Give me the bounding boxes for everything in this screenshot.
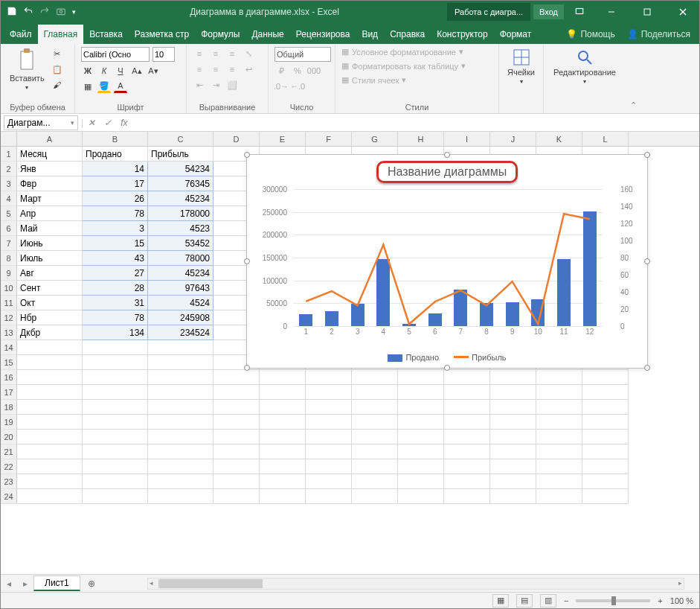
cell[interactable] [398, 444, 444, 459]
cell[interactable] [582, 400, 629, 415]
currency-icon[interactable]: ₽ [274, 64, 288, 77]
name-box[interactable]: Диаграм...▾ [4, 115, 78, 130]
number-format-combo[interactable] [274, 47, 331, 62]
cell[interactable] [398, 370, 444, 385]
cell[interactable] [17, 415, 83, 430]
cell[interactable] [444, 415, 490, 430]
cell[interactable] [536, 430, 582, 444]
conditional-formatting[interactable]: ▦ Условное форматирование ▾ [341, 47, 492, 57]
chart-legend[interactable]: Продано Прибыль [247, 353, 647, 362]
dec-decimal-icon[interactable]: ←.0 [291, 80, 304, 93]
align-mid-icon[interactable]: ≡ [209, 47, 222, 60]
cell[interactable] [148, 340, 213, 355]
cell[interactable] [490, 444, 536, 459]
cell[interactable] [444, 444, 490, 459]
row-header[interactable]: 14 [1, 340, 17, 355]
cell[interactable] [536, 444, 582, 459]
row-header[interactable]: 17 [1, 385, 17, 400]
column-header[interactable]: J [490, 132, 536, 146]
cell[interactable] [83, 385, 148, 400]
cell[interactable] [260, 474, 306, 489]
column-header[interactable]: H [398, 132, 444, 146]
cell[interactable]: Июль [17, 251, 83, 266]
cell[interactable]: 26 [83, 191, 148, 206]
cell[interactable] [352, 444, 398, 459]
column-header[interactable]: C [148, 132, 213, 146]
row-header[interactable]: 12 [1, 310, 17, 325]
cell[interactable]: 234524 [148, 325, 213, 340]
cell[interactable] [352, 385, 398, 400]
cell[interactable] [213, 400, 260, 415]
cell[interactable]: 4523 [148, 221, 213, 236]
column-headers[interactable]: ABCDEFGHIJKL [17, 132, 699, 147]
cell[interactable] [306, 430, 352, 444]
cell[interactable] [17, 444, 83, 459]
percent-icon[interactable]: % [291, 64, 304, 77]
cell[interactable]: 76345 [148, 176, 213, 191]
cell[interactable]: 28 [83, 281, 148, 296]
cell[interactable] [148, 430, 213, 444]
login-button[interactable]: Вход [533, 4, 564, 19]
cell[interactable]: 54234 [148, 162, 213, 176]
row-header[interactable]: 2 [1, 162, 17, 176]
row-header[interactable]: 4 [1, 191, 17, 206]
border-icon[interactable]: ▦ [81, 80, 94, 93]
cell[interactable] [213, 370, 260, 385]
normal-view-icon[interactable]: ▦ [492, 594, 509, 608]
align-bot-icon[interactable]: ≡ [225, 47, 239, 60]
tab-view[interactable]: Вид [356, 25, 384, 44]
cut-icon[interactable]: ✂ [51, 47, 64, 60]
cell[interactable] [582, 415, 629, 430]
column-header[interactable]: I [444, 132, 490, 146]
cell[interactable] [352, 489, 398, 504]
cell[interactable] [306, 415, 352, 430]
cell[interactable] [148, 474, 213, 489]
cell[interactable] [536, 415, 582, 430]
cell[interactable]: Янв [17, 162, 83, 176]
qat-dropdown-icon[interactable]: ▾ [72, 8, 76, 16]
cell[interactable]: Сент [17, 281, 83, 296]
cell[interactable] [352, 459, 398, 474]
new-sheet-icon[interactable]: ⊕ [80, 578, 103, 589]
cell[interactable] [398, 400, 444, 415]
cell[interactable] [582, 474, 629, 489]
cell[interactable]: 78000 [148, 251, 213, 266]
cell[interactable]: 45234 [148, 191, 213, 206]
inc-decimal-icon[interactable]: .0→ [274, 80, 288, 93]
cell[interactable] [148, 459, 213, 474]
row-header[interactable]: 5 [1, 206, 17, 221]
tab-formulas[interactable]: Формулы [195, 25, 245, 44]
cell[interactable] [536, 370, 582, 385]
cell[interactable]: Прибыль [148, 147, 213, 162]
cell[interactable] [148, 444, 213, 459]
tab-format[interactable]: Формат [494, 25, 538, 44]
plot-area[interactable] [293, 189, 603, 326]
cells-button[interactable]: Ячейки▾ [505, 47, 537, 86]
format-painter-icon[interactable]: 🖌 [51, 78, 64, 92]
row-header[interactable]: 3 [1, 176, 17, 191]
copy-icon[interactable]: 📋 [51, 63, 64, 76]
cell[interactable]: Окт [17, 296, 83, 310]
chart-title[interactable]: Название диаграммы [376, 161, 518, 183]
camera-icon[interactable] [56, 6, 66, 19]
column-header[interactable]: E [260, 132, 306, 146]
italic-button[interactable]: К [97, 64, 111, 77]
cell[interactable]: Фвр [17, 176, 83, 191]
cell[interactable]: 245908 [148, 310, 213, 325]
cell[interactable] [582, 459, 629, 474]
sheet-nav-next-icon[interactable]: ▸ [17, 578, 33, 589]
page-break-view-icon[interactable]: ▥ [540, 594, 556, 608]
indent-inc-icon[interactable]: ⇥ [209, 78, 222, 92]
paste-button[interactable]: Вставить▾ [7, 47, 48, 92]
cell[interactable] [17, 340, 83, 355]
page-layout-view-icon[interactable]: ▤ [516, 594, 533, 608]
align-top-icon[interactable]: ≡ [193, 47, 206, 60]
cell[interactable]: Март [17, 191, 83, 206]
cell[interactable] [398, 459, 444, 474]
cell[interactable] [536, 489, 582, 504]
column-header[interactable]: K [536, 132, 582, 146]
cell[interactable] [17, 370, 83, 385]
cell[interactable] [17, 430, 83, 444]
cell[interactable] [536, 385, 582, 400]
cell[interactable] [306, 444, 352, 459]
